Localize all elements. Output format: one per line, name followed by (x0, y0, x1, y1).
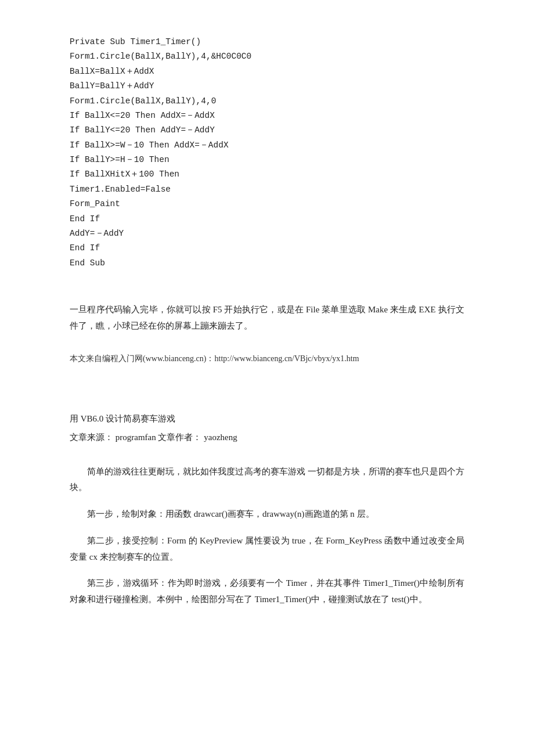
code-block: Private Sub Timer1_Timer() Form1.Circle(… (70, 35, 464, 271)
code-line-11: Timer1.Enabled=False (70, 182, 464, 197)
code-line-3: BallX=BallX＋AddX (70, 64, 464, 79)
code-line-16: End Sub (70, 256, 464, 271)
code-line-7: If BallY<=20 Then AddY=－AddY (70, 123, 464, 138)
code-line-5: Form1.Circle(BallX,BallY),4,0 (70, 94, 464, 109)
paragraph-5: 第三步，游戏循环：作为即时游戏，必须要有一个 Timer，并在其事件 Timer… (70, 575, 464, 608)
code-line-2: Form1.Circle(BallX,BallY),4,&HC0C0C0 (70, 49, 464, 64)
paragraph-3: 第一步，绘制对象：用函数 drawcar()画赛车，drawway(n)画跑道的… (70, 506, 464, 523)
spacer-2 (70, 345, 464, 352)
paragraph-4: 第二步，接受控制：Form 的 KeyPreview 属性要设为 true，在 … (70, 533, 464, 566)
paragraph-2: 简单的游戏往往更耐玩，就比如伴我度过高考的赛车游戏 一切都是方块，所谓的赛车也只… (70, 464, 464, 496)
spacer-5 (70, 457, 464, 464)
section2-title: 用 VB6.0 设计简易赛车游戏 (70, 411, 464, 426)
code-line-4: BallY=BallY＋AddY (70, 79, 464, 93)
code-line-8: If BallX>=W－10 Then AddX=－AddX (70, 138, 464, 153)
code-line-9: If BallY>=H－10 Then (70, 153, 464, 167)
code-line-13: End If (70, 212, 464, 226)
code-line-1: Private Sub Timer1_Timer() (70, 35, 464, 49)
code-line-15: End If (70, 241, 464, 255)
code-line-14: AddY=－AddY (70, 226, 464, 241)
reference-line: 本文来自编程入门网(www.bianceng.cn)：http://www.bi… (70, 352, 464, 366)
spacer-4 (70, 397, 464, 411)
section2-meta: 文章来源： programfan 文章作者： yaozheng (70, 430, 464, 445)
code-line-6: If BallX<=20 Then AddX=－AddX (70, 109, 464, 123)
code-line-12: Form_Paint (70, 197, 464, 211)
spacer-1 (70, 288, 464, 302)
paragraph-1: 一旦程序代码输入完毕，你就可以按 F5 开始执行它，或是在 File 菜单里选取… (70, 302, 464, 334)
code-line-10: If BallXHitX＋100 Then (70, 167, 464, 182)
spacer-3 (70, 383, 464, 397)
